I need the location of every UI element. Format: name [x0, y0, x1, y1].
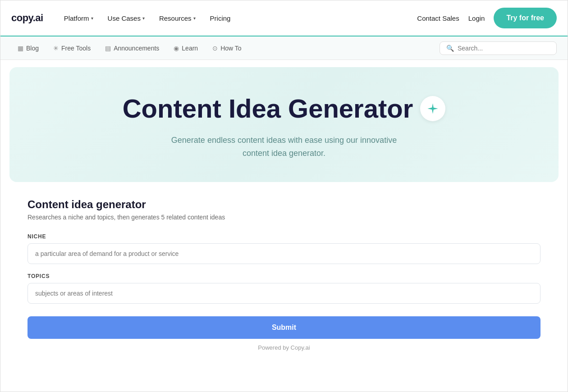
nav-item-pricing[interactable]: Pricing: [204, 11, 237, 26]
search-container: 🔍: [440, 41, 557, 55]
sub-navbar: ▦ Blog ✳ Free Tools ▤ Announcements ◉ Le…: [0, 36, 568, 60]
niche-field-group: NICHE: [27, 233, 541, 264]
page-frame: copy.ai Platform ▾ Use Cases ▾ Resources…: [0, 0, 568, 392]
logo[interactable]: copy.ai: [11, 12, 43, 24]
search-icon: 🔍: [446, 45, 454, 52]
topics-label: TOPICS: [27, 273, 541, 279]
hero-title-wrap: Content Idea Generator: [123, 94, 446, 123]
sub-nav-learn-label: Learn: [182, 45, 198, 52]
nav-resources-label: Resources: [159, 14, 192, 22]
sub-nav-blog[interactable]: ▦ Blog: [11, 42, 45, 55]
nav-right: Contact Sales Login Try for free: [417, 8, 557, 28]
login-button[interactable]: Login: [468, 14, 485, 22]
announcements-icon: ▤: [105, 45, 111, 52]
nav-item-use-cases[interactable]: Use Cases ▾: [101, 11, 151, 26]
submit-button[interactable]: Submit: [27, 316, 541, 339]
niche-input[interactable]: [27, 243, 541, 264]
sparkle-icon: [420, 96, 445, 121]
sub-nav-learn[interactable]: ◉ Learn: [167, 42, 204, 55]
chevron-down-icon: ▾: [193, 16, 196, 21]
tools-icon: ✳: [53, 45, 59, 52]
contact-sales-link[interactable]: Contact Sales: [417, 14, 459, 22]
topics-field-group: TOPICS: [27, 273, 541, 304]
form-section: Content idea generator Researches a nich…: [9, 182, 559, 365]
hero-subtitle: Generate endless content ideas with ease…: [158, 134, 410, 160]
nav-platform-label: Platform: [64, 14, 89, 22]
sub-nav-blog-label: Blog: [26, 45, 39, 52]
niche-label: NICHE: [27, 233, 541, 240]
nav-left: Platform ▾ Use Cases ▾ Resources ▾ Prici…: [58, 11, 417, 26]
try-free-button[interactable]: Try for free: [494, 8, 557, 28]
hero-title: Content Idea Generator: [123, 94, 413, 123]
hero-section: Content Idea Generator Generate endless …: [9, 67, 559, 182]
form-description: Researches a niche and topics, then gene…: [27, 214, 541, 221]
navbar: copy.ai Platform ▾ Use Cases ▾ Resources…: [0, 0, 568, 36]
sub-nav-howto[interactable]: ⊙ How To: [206, 42, 247, 55]
nav-usecases-label: Use Cases: [108, 14, 141, 22]
powered-by-text: Powered by Copy.ai: [27, 344, 541, 351]
sub-nav-howto-label: How To: [220, 45, 241, 52]
search-input[interactable]: [458, 45, 550, 52]
sub-nav-tools-label: Free Tools: [61, 45, 91, 52]
chevron-down-icon: ▾: [142, 16, 145, 21]
sub-nav-announcements[interactable]: ▤ Announcements: [99, 42, 165, 55]
sub-nav-free-tools[interactable]: ✳ Free Tools: [47, 42, 97, 55]
nav-pricing-label: Pricing: [210, 14, 231, 22]
topics-input[interactable]: [27, 283, 541, 304]
nav-item-platform[interactable]: Platform ▾: [58, 11, 100, 26]
howto-icon: ⊙: [212, 45, 218, 52]
form-title: Content idea generator: [27, 198, 541, 211]
learn-icon: ◉: [174, 45, 179, 52]
chevron-down-icon: ▾: [91, 16, 93, 21]
sub-nav-announcements-label: Announcements: [114, 45, 159, 52]
blog-icon: ▦: [18, 45, 23, 52]
nav-item-resources[interactable]: Resources ▾: [153, 11, 202, 26]
